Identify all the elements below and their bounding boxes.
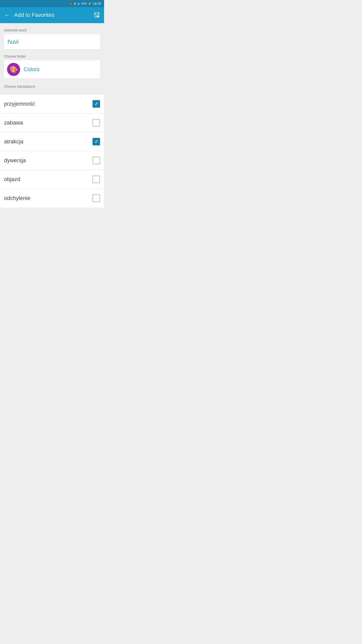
translation-text: odchylenie bbox=[4, 195, 30, 202]
translation-item[interactable]: zabawa bbox=[0, 113, 104, 132]
back-button[interactable]: ← bbox=[4, 12, 10, 18]
bluetooth-icon: ⊕ bbox=[74, 2, 76, 5]
status-bar: 🔇 ⊕ ▲ 34% ⚡ 18:29 bbox=[0, 0, 104, 7]
translation-text: objazd bbox=[4, 176, 20, 183]
battery-level: 34% bbox=[81, 2, 87, 5]
translation-item[interactable]: przyjemność bbox=[0, 95, 104, 113]
translation-checkbox[interactable] bbox=[93, 157, 100, 164]
translation-checkbox[interactable] bbox=[93, 100, 100, 108]
translations-list: przyjemnośćzabawaatrakcjadywersjaobjazdo… bbox=[0, 95, 104, 208]
palette-icon: 🎨 bbox=[10, 66, 18, 73]
translation-item[interactable]: dywersja bbox=[0, 151, 104, 170]
folder-name: Colors bbox=[24, 66, 40, 73]
translation-text: przyjemność bbox=[4, 101, 35, 107]
battery-icon: ⚡ bbox=[88, 2, 92, 5]
translation-checkbox[interactable] bbox=[93, 119, 100, 127]
translation-checkbox[interactable] bbox=[93, 176, 100, 183]
folder-selector[interactable]: 🎨 Colors bbox=[4, 60, 100, 78]
signal-icon: ▲ bbox=[77, 2, 80, 5]
translation-item[interactable]: atrakcja bbox=[0, 132, 104, 151]
time-display: 18:29 bbox=[93, 2, 101, 6]
translation-text: atrakcja bbox=[4, 138, 23, 145]
save-button[interactable]: 🖫 bbox=[94, 11, 100, 19]
choose-folder-label: Choose folder bbox=[4, 54, 100, 58]
translation-checkbox[interactable] bbox=[93, 194, 100, 202]
status-icons: 🔇 ⊕ ▲ 34% ⚡ 18:29 bbox=[69, 2, 101, 6]
app-bar-left: ← Add to Favorites bbox=[4, 12, 54, 18]
app-bar: ← Add to Favorites 🖫 bbox=[0, 7, 104, 23]
mute-icon: 🔇 bbox=[69, 2, 73, 5]
selected-word-value: huvi bbox=[8, 38, 19, 45]
page-title: Add to Favorites bbox=[14, 12, 54, 18]
selected-word-label: Selected word bbox=[4, 28, 100, 32]
translation-checkbox[interactable] bbox=[93, 138, 100, 145]
translation-item[interactable]: odchylenie bbox=[0, 189, 104, 208]
translation-text: dywersja bbox=[4, 157, 26, 164]
translation-item[interactable]: objazd bbox=[0, 170, 104, 189]
word-input-container[interactable]: huvi bbox=[4, 34, 100, 49]
content-area: Selected word huvi Choose folder 🎨 Color… bbox=[0, 23, 104, 92]
choose-translations-label: Choose translations bbox=[4, 84, 100, 89]
translation-text: zabawa bbox=[4, 119, 23, 126]
folder-icon-circle: 🎨 bbox=[7, 63, 20, 76]
